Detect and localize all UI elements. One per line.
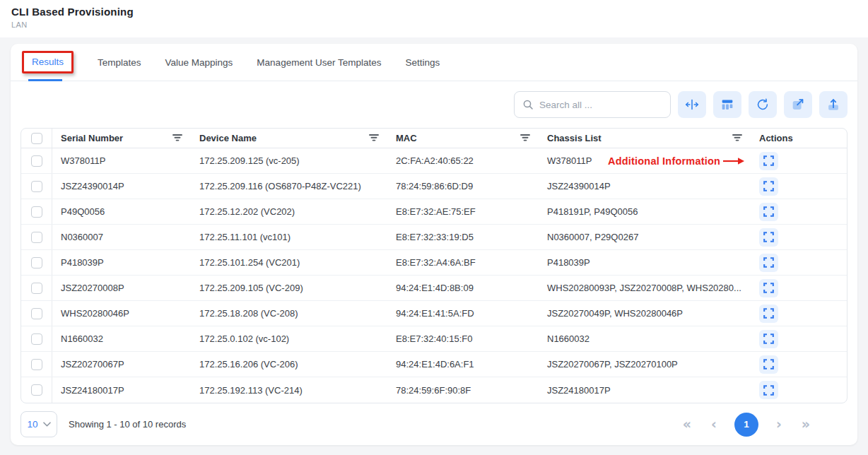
table-row: P418039P 172.25.101.254 (VC201) E8:E7:32… [21,250,847,276]
additional-information-button[interactable] [759,355,778,374]
select-all-checkbox[interactable] [31,133,42,144]
cell-device-name: 172.25.209.116 (OS6870-P48Z-VC221) [191,181,387,191]
row-checkbox-cell [21,276,52,300]
search-box[interactable] [514,91,671,118]
table-body: W378011P 172.25.209.125 (vc-205) 2C:FA:A… [21,148,847,403]
row-checkbox-cell [21,326,52,351]
page-header: CLI Based Provisioning LAN [0,0,868,37]
last-page-button[interactable]: » [792,418,819,431]
row-checkbox[interactable] [31,181,42,192]
table-row: JSZ20270067P 172.25.16.206 (VC-206) 94:2… [21,352,847,377]
current-page-button[interactable]: 1 [734,413,758,437]
search-input[interactable] [539,100,664,110]
expand-icon [763,308,774,319]
upload-button[interactable] [819,91,848,118]
expand-icon [763,283,774,293]
cell-actions [751,279,847,297]
expand-icon [763,385,774,396]
additional-information-button[interactable] [759,305,778,323]
row-checkbox[interactable] [31,308,42,319]
row-checkbox[interactable] [31,155,42,167]
row-checkbox[interactable] [31,257,42,268]
row-checkbox[interactable] [31,333,42,345]
page-subtitle: LAN [11,20,857,29]
additional-information-button[interactable] [759,279,778,297]
tab-value-mappings[interactable]: Value Mappings [165,44,233,81]
additional-information-button[interactable] [759,254,778,272]
next-page-button[interactable]: › [766,418,792,431]
cell-actions [751,203,847,221]
first-page-button[interactable]: « [674,418,700,431]
cell-chassis-list: N0360007, P29Q0267 [539,232,751,242]
row-checkbox-cell [21,352,52,377]
tab-bar: Results Templates Value Mappings Managem… [11,44,857,81]
cell-device-name: 172.25.209.125 (vc-205) [191,155,387,166]
filter-icon[interactable] [520,133,530,144]
chevron-down-icon [43,422,51,427]
row-checkbox-cell [21,225,52,249]
cell-actions [751,330,847,348]
refresh-icon [755,97,770,112]
column-manager-button[interactable] [713,91,741,118]
cell-device-name: 172.25.209.105 (VC-209) [191,283,387,293]
cell-serial-number: JSZ20270067P [52,359,191,370]
cell-chassis-list: N1660032 [539,333,751,344]
tab-templates[interactable]: Templates [98,44,141,81]
cell-serial-number: W378011P [52,155,191,166]
cell-chassis-list: JSZ24180017P [539,385,751,396]
header-checkbox-cell [21,129,52,148]
search-icon [522,99,534,110]
table-row: P49Q0056 172.25.12.202 (VC202) E8:E7:32:… [21,199,847,225]
row-checkbox[interactable] [31,206,42,218]
page-size-select[interactable]: 10 [20,411,57,437]
expand-icon [763,257,774,268]
table-row: JSZ24180017P 172.25.192.113 (VC-214) 78:… [21,377,847,403]
column-resize-button[interactable] [678,91,706,118]
filter-icon[interactable] [172,133,182,144]
additional-information-button[interactable] [759,381,778,399]
cell-actions [751,381,847,399]
open-export-button[interactable] [784,91,812,118]
table-row: W378011P 172.25.209.125 (vc-205) 2C:FA:A… [21,148,847,174]
additional-information-button[interactable] [759,330,778,348]
cell-device-name: 172.25.12.202 (VC202) [191,206,387,217]
additional-information-button[interactable] [759,152,778,170]
row-checkbox-cell [21,377,52,403]
refresh-button[interactable] [749,91,777,118]
cell-mac: E8:E7:32:A4:6A:BF [387,257,539,268]
tab-management-user-templates[interactable]: Management User Templates [257,44,381,81]
cell-serial-number: JSZ24390014P [52,181,191,191]
results-card: Results Templates Value Mappings Managem… [11,44,857,445]
cell-device-name: 172.25.192.113 (VC-214) [191,385,387,396]
row-checkbox[interactable] [31,359,42,370]
row-checkbox[interactable] [31,384,42,396]
additional-information-button[interactable] [759,177,778,196]
pagination: « ‹ 1 › » [674,413,819,437]
cell-serial-number: JSZ20270008P [52,283,191,293]
cell-mac: 78:24:59:86:6D:D9 [387,181,539,191]
row-checkbox-cell [21,174,52,199]
col-chassis-list: Chassis List [539,133,751,144]
cell-mac: 94:24:E1:4D:8B:09 [387,283,539,293]
devices-table: Serial Number Device Name MAC Chassis Li… [20,128,848,403]
row-checkbox[interactable] [31,232,42,243]
table-toolbar [11,81,857,128]
col-serial-number: Serial Number [52,133,191,144]
additional-information-button[interactable] [759,228,778,247]
cell-actions [751,228,847,247]
tab-settings[interactable]: Settings [405,44,440,81]
cell-mac: E8:E7:32:AE:75:EF [387,206,539,217]
tab-results[interactable]: Results [22,44,74,81]
cell-device-name: 172.25.101.254 (VC201) [191,257,387,268]
filter-icon[interactable] [369,133,379,144]
cell-mac: 78:24:59:6F:90:8F [387,385,539,396]
cell-serial-number: JSZ24180017P [52,385,191,396]
additional-information-button[interactable] [759,203,778,221]
filter-icon[interactable] [732,133,742,144]
cell-serial-number: WHS20280046P [52,308,191,319]
row-checkbox[interactable] [31,283,42,294]
col-device-name: Device Name [191,133,387,144]
expand-icon [763,359,774,370]
cell-serial-number: P49Q0056 [52,206,191,217]
previous-page-button[interactable]: ‹ [700,418,727,431]
